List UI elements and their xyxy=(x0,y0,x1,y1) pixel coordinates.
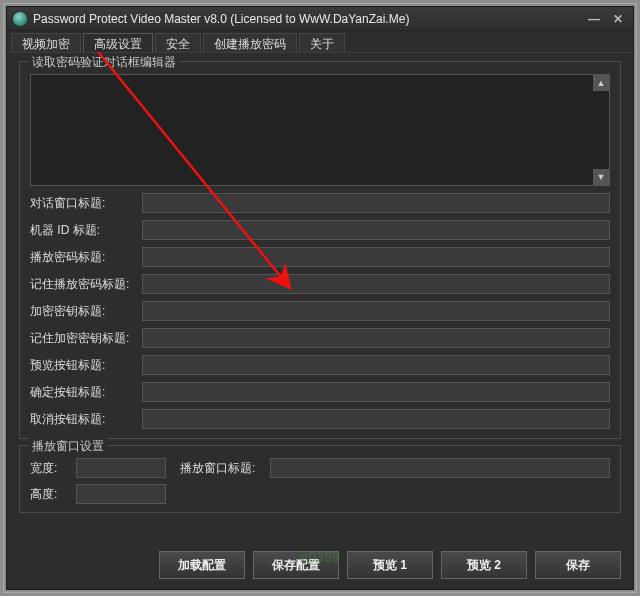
height-label: 高度: xyxy=(30,486,70,503)
close-button[interactable]: ✕ xyxy=(607,11,629,27)
tab-video-encrypt[interactable]: 视频加密 xyxy=(11,33,81,52)
bottom-toolbar: 加载配置 保存配置 预览 1 预览 2 保存 xyxy=(7,543,633,589)
machine-id-label: 机器 ID 标题: xyxy=(30,222,134,239)
tab-advanced-settings[interactable]: 高级设置 xyxy=(83,33,153,52)
encrypt-key-input[interactable] xyxy=(142,301,610,321)
tab-about[interactable]: 关于 xyxy=(299,33,345,52)
editor-textarea[interactable]: ▲ ▼ xyxy=(30,74,610,186)
window-title: Password Protect Video Master v8.0 (Lice… xyxy=(33,12,583,26)
machine-id-input[interactable] xyxy=(142,220,610,240)
play-window-group-title: 播放窗口设置 xyxy=(28,438,108,455)
remember-play-password-label: 记住播放密码标题: xyxy=(30,276,134,293)
ok-button-title-input[interactable] xyxy=(142,382,610,402)
tab-security[interactable]: 安全 xyxy=(155,33,201,52)
tab-bar: 视频加密 高级设置 安全 创建播放密码 关于 xyxy=(7,31,633,53)
app-window: Password Protect Video Master v8.0 (Lice… xyxy=(6,6,634,590)
play-window-group: 播放窗口设置 宽度: 高度: 播放窗口标题: xyxy=(19,445,621,513)
save-config-button[interactable]: 保存配置 xyxy=(253,551,339,579)
scroll-up-icon[interactable]: ▲ xyxy=(593,75,609,91)
preview-1-button[interactable]: 预览 1 xyxy=(347,551,433,579)
play-password-label: 播放密码标题: xyxy=(30,249,134,266)
titlebar: Password Protect Video Master v8.0 (Lice… xyxy=(7,7,633,31)
play-password-input[interactable] xyxy=(142,247,610,267)
load-config-button[interactable]: 加载配置 xyxy=(159,551,245,579)
remember-play-password-input[interactable] xyxy=(142,274,610,294)
play-window-title-label: 播放窗口标题: xyxy=(180,460,264,477)
width-label: 宽度: xyxy=(30,460,70,477)
remember-encrypt-key-label: 记住加密密钥标题: xyxy=(30,330,134,347)
height-input[interactable] xyxy=(76,484,166,504)
play-window-title-input[interactable] xyxy=(270,458,610,478)
content-area: 读取密码验证对话框编辑器 ▲ ▼ 对话窗口标题: 机器 ID 标题: 播放密码标… xyxy=(7,53,633,543)
editor-group-title: 读取密码验证对话框编辑器 xyxy=(28,54,180,71)
dialog-title-label: 对话窗口标题: xyxy=(30,195,134,212)
dialog-title-input[interactable] xyxy=(142,193,610,213)
save-button[interactable]: 保存 xyxy=(535,551,621,579)
editor-group: 读取密码验证对话框编辑器 ▲ ▼ 对话窗口标题: 机器 ID 标题: 播放密码标… xyxy=(19,61,621,439)
app-icon xyxy=(13,12,27,26)
ok-button-title-label: 确定按钮标题: xyxy=(30,384,134,401)
preview-button-title-label: 预览按钮标题: xyxy=(30,357,134,374)
encrypt-key-label: 加密密钥标题: xyxy=(30,303,134,320)
preview-2-button[interactable]: 预览 2 xyxy=(441,551,527,579)
minimize-button[interactable]: — xyxy=(583,11,605,27)
scroll-down-icon[interactable]: ▼ xyxy=(593,169,609,185)
preview-button-title-input[interactable] xyxy=(142,355,610,375)
tab-create-play-password[interactable]: 创建播放密码 xyxy=(203,33,297,52)
cancel-button-title-input[interactable] xyxy=(142,409,610,429)
remember-encrypt-key-input[interactable] xyxy=(142,328,610,348)
cancel-button-title-label: 取消按钮标题: xyxy=(30,411,134,428)
width-input[interactable] xyxy=(76,458,166,478)
